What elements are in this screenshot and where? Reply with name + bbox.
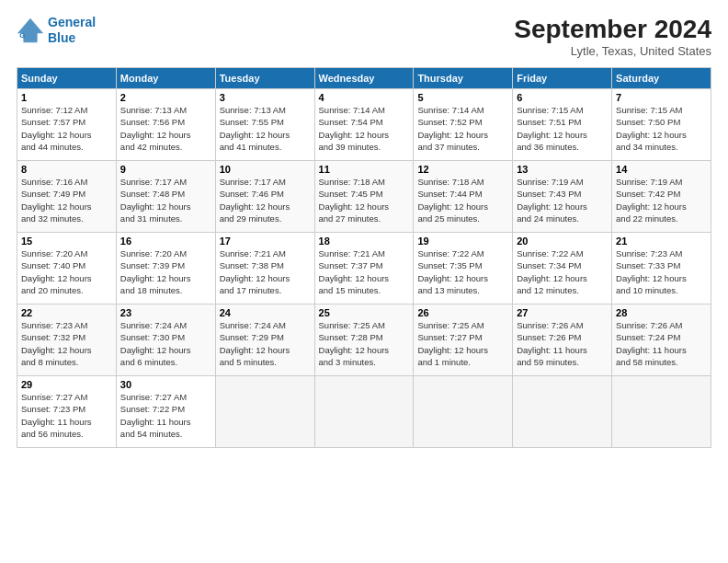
calendar-cell [612, 376, 711, 448]
weekday-saturday: Saturday [612, 68, 711, 89]
day-info: Sunrise: 7:24 AM Sunset: 7:30 PM Dayligh… [120, 319, 211, 368]
day-info: Sunrise: 7:14 AM Sunset: 7:52 PM Dayligh… [417, 104, 508, 153]
day-number: 23 [120, 307, 211, 318]
day-number: 12 [417, 164, 508, 175]
calendar-cell [513, 376, 612, 448]
day-number: 30 [120, 379, 211, 390]
day-info: Sunrise: 7:13 AM Sunset: 7:55 PM Dayligh… [220, 104, 311, 153]
header: G General Blue September 2024 Lytle, Tex… [17, 15, 711, 58]
calendar-cell: 8Sunrise: 7:16 AM Sunset: 7:49 PM Daylig… [17, 161, 117, 233]
week-row-3: 15Sunrise: 7:20 AM Sunset: 7:40 PM Dayli… [17, 233, 711, 304]
weekday-monday: Monday [116, 68, 215, 89]
logo: G General Blue [17, 15, 96, 46]
calendar-cell: 24Sunrise: 7:24 AM Sunset: 7:29 PM Dayli… [215, 304, 314, 376]
day-number: 2 [120, 92, 211, 103]
calendar-cell: 10Sunrise: 7:17 AM Sunset: 7:46 PM Dayli… [215, 161, 314, 233]
weekday-friday: Friday [513, 68, 612, 89]
day-number: 29 [21, 379, 112, 390]
day-number: 17 [220, 236, 311, 247]
month-title: September 2024 [514, 15, 711, 44]
day-number: 28 [616, 307, 707, 318]
day-info: Sunrise: 7:20 AM Sunset: 7:40 PM Dayligh… [21, 247, 112, 296]
day-number: 27 [517, 307, 608, 318]
day-info: Sunrise: 7:23 AM Sunset: 7:32 PM Dayligh… [21, 319, 112, 368]
svg-text:G: G [19, 31, 25, 40]
calendar-cell: 3Sunrise: 7:13 AM Sunset: 7:55 PM Daylig… [215, 89, 314, 161]
location: Lytle, Texas, United States [514, 44, 711, 58]
day-number: 20 [517, 236, 608, 247]
calendar-cell: 11Sunrise: 7:18 AM Sunset: 7:45 PM Dayli… [314, 161, 414, 233]
calendar-cell: 27Sunrise: 7:26 AM Sunset: 7:26 PM Dayli… [513, 304, 612, 376]
calendar-cell: 5Sunrise: 7:14 AM Sunset: 7:52 PM Daylig… [414, 89, 513, 161]
calendar-cell: 15Sunrise: 7:20 AM Sunset: 7:40 PM Dayli… [17, 233, 117, 304]
calendar-cell [215, 376, 314, 448]
day-number: 21 [616, 236, 707, 247]
day-info: Sunrise: 7:14 AM Sunset: 7:54 PM Dayligh… [319, 104, 410, 153]
day-info: Sunrise: 7:24 AM Sunset: 7:29 PM Dayligh… [220, 319, 311, 368]
day-number: 14 [616, 164, 707, 175]
calendar-cell: 14Sunrise: 7:19 AM Sunset: 7:42 PM Dayli… [612, 161, 711, 233]
day-info: Sunrise: 7:21 AM Sunset: 7:37 PM Dayligh… [319, 247, 410, 296]
weekday-thursday: Thursday [414, 68, 513, 89]
day-info: Sunrise: 7:18 AM Sunset: 7:45 PM Dayligh… [319, 176, 410, 224]
day-number: 8 [21, 164, 112, 175]
calendar-cell: 21Sunrise: 7:23 AM Sunset: 7:33 PM Dayli… [612, 233, 711, 304]
day-number: 18 [319, 236, 410, 247]
calendar-cell: 19Sunrise: 7:22 AM Sunset: 7:35 PM Dayli… [414, 233, 513, 304]
day-number: 9 [120, 164, 211, 175]
day-number: 13 [517, 164, 608, 175]
calendar-cell: 16Sunrise: 7:20 AM Sunset: 7:39 PM Dayli… [116, 233, 215, 304]
day-info: Sunrise: 7:26 AM Sunset: 7:24 PM Dayligh… [616, 319, 707, 368]
day-info: Sunrise: 7:19 AM Sunset: 7:42 PM Dayligh… [616, 176, 707, 224]
day-info: Sunrise: 7:17 AM Sunset: 7:48 PM Dayligh… [120, 176, 211, 224]
week-row-1: 1Sunrise: 7:12 AM Sunset: 7:57 PM Daylig… [17, 89, 711, 161]
day-number: 24 [220, 307, 311, 318]
day-number: 15 [21, 236, 112, 247]
calendar-cell: 1Sunrise: 7:12 AM Sunset: 7:57 PM Daylig… [17, 89, 117, 161]
week-row-4: 22Sunrise: 7:23 AM Sunset: 7:32 PM Dayli… [17, 304, 711, 376]
weekday-tuesday: Tuesday [215, 68, 314, 89]
calendar-cell: 9Sunrise: 7:17 AM Sunset: 7:48 PM Daylig… [116, 161, 215, 233]
title-block: September 2024 Lytle, Texas, United Stat… [514, 15, 711, 58]
week-row-5: 29Sunrise: 7:27 AM Sunset: 7:23 PM Dayli… [17, 376, 711, 448]
calendar-cell: 13Sunrise: 7:19 AM Sunset: 7:43 PM Dayli… [513, 161, 612, 233]
weekday-header-row: SundayMondayTuesdayWednesdayThursdayFrid… [17, 68, 711, 89]
day-info: Sunrise: 7:23 AM Sunset: 7:33 PM Dayligh… [616, 247, 707, 296]
day-info: Sunrise: 7:17 AM Sunset: 7:46 PM Dayligh… [220, 176, 311, 224]
day-number: 26 [417, 307, 508, 318]
day-info: Sunrise: 7:22 AM Sunset: 7:34 PM Dayligh… [517, 247, 608, 296]
calendar-cell: 17Sunrise: 7:21 AM Sunset: 7:38 PM Dayli… [215, 233, 314, 304]
day-number: 22 [21, 307, 112, 318]
logo-icon: G [17, 17, 44, 44]
day-number: 19 [417, 236, 508, 247]
day-info: Sunrise: 7:21 AM Sunset: 7:38 PM Dayligh… [220, 247, 311, 296]
calendar-cell [314, 376, 414, 448]
day-info: Sunrise: 7:15 AM Sunset: 7:50 PM Dayligh… [616, 104, 707, 153]
day-info: Sunrise: 7:13 AM Sunset: 7:56 PM Dayligh… [120, 104, 211, 153]
day-info: Sunrise: 7:22 AM Sunset: 7:35 PM Dayligh… [417, 247, 508, 296]
calendar-cell: 30Sunrise: 7:27 AM Sunset: 7:22 PM Dayli… [116, 376, 215, 448]
day-info: Sunrise: 7:12 AM Sunset: 7:57 PM Dayligh… [21, 104, 112, 153]
calendar-cell: 25Sunrise: 7:25 AM Sunset: 7:28 PM Dayli… [314, 304, 414, 376]
day-number: 16 [120, 236, 211, 247]
calendar-cell: 12Sunrise: 7:18 AM Sunset: 7:44 PM Dayli… [414, 161, 513, 233]
day-number: 1 [21, 92, 112, 103]
page: G General Blue September 2024 Lytle, Tex… [0, 0, 728, 563]
calendar-cell: 2Sunrise: 7:13 AM Sunset: 7:56 PM Daylig… [116, 89, 215, 161]
calendar-cell: 18Sunrise: 7:21 AM Sunset: 7:37 PM Dayli… [314, 233, 414, 304]
day-info: Sunrise: 7:27 AM Sunset: 7:22 PM Dayligh… [120, 391, 211, 440]
calendar-cell: 6Sunrise: 7:15 AM Sunset: 7:51 PM Daylig… [513, 89, 612, 161]
day-number: 10 [220, 164, 311, 175]
day-info: Sunrise: 7:16 AM Sunset: 7:49 PM Dayligh… [21, 176, 112, 224]
calendar: SundayMondayTuesdayWednesdayThursdayFrid… [17, 67, 711, 448]
calendar-cell: 28Sunrise: 7:26 AM Sunset: 7:24 PM Dayli… [612, 304, 711, 376]
day-number: 6 [517, 92, 608, 103]
logo-text: General Blue [48, 15, 96, 46]
calendar-cell: 20Sunrise: 7:22 AM Sunset: 7:34 PM Dayli… [513, 233, 612, 304]
day-info: Sunrise: 7:27 AM Sunset: 7:23 PM Dayligh… [21, 391, 112, 440]
logo-line2: Blue [48, 30, 75, 45]
day-info: Sunrise: 7:20 AM Sunset: 7:39 PM Dayligh… [120, 247, 211, 296]
calendar-cell: 7Sunrise: 7:15 AM Sunset: 7:50 PM Daylig… [612, 89, 711, 161]
calendar-cell [414, 376, 513, 448]
day-info: Sunrise: 7:25 AM Sunset: 7:28 PM Dayligh… [319, 319, 410, 368]
